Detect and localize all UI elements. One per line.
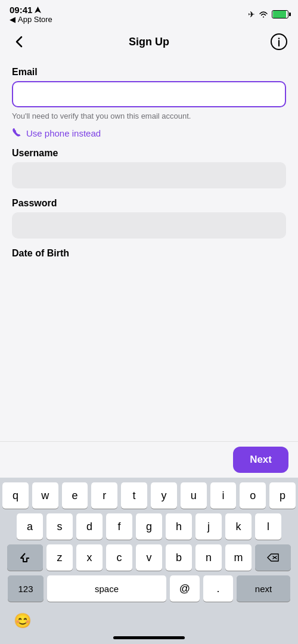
- email-input[interactable]: [12, 81, 286, 107]
- backspace-icon: [267, 553, 279, 562]
- info-button[interactable]: [269, 32, 288, 51]
- key-u[interactable]: u: [181, 482, 207, 509]
- page-title: Sign Up: [129, 36, 169, 48]
- appstore-label: App Store: [18, 15, 52, 24]
- space-label: space: [95, 584, 119, 594]
- back-button[interactable]: [10, 32, 29, 51]
- svg-marker-0: [35, 7, 41, 13]
- battery-fill: [273, 11, 286, 18]
- airplane-icon: ✈: [248, 10, 255, 19]
- numbers-label: 123: [18, 584, 33, 594]
- key-r[interactable]: r: [91, 482, 117, 509]
- key-h[interactable]: h: [166, 513, 192, 540]
- key-n[interactable]: n: [195, 544, 222, 571]
- time-display: 09:41: [10, 5, 32, 15]
- email-hint: You'll need to verify that you own this …: [12, 111, 286, 122]
- dot-label: .: [216, 583, 219, 595]
- back-chevron-icon: [15, 36, 23, 48]
- status-time: 09:41: [10, 5, 41, 15]
- wifi-icon: [259, 11, 268, 18]
- keyboard-row-2: a s d f g h j k l: [2, 513, 296, 540]
- nav-bar: Sign Up: [0, 26, 298, 57]
- key-w[interactable]: w: [32, 482, 58, 509]
- dob-label: Date of Birth: [12, 248, 286, 259]
- username-input[interactable]: [12, 162, 286, 188]
- emoji-button[interactable]: 😊: [12, 610, 33, 631]
- key-p[interactable]: p: [269, 482, 296, 509]
- key-f[interactable]: f: [106, 513, 132, 540]
- use-phone-link[interactable]: Use phone instead: [12, 128, 286, 138]
- key-k[interactable]: k: [225, 513, 252, 540]
- key-g[interactable]: g: [136, 513, 162, 540]
- key-next[interactable]: next: [237, 575, 290, 602]
- email-label: Email: [12, 67, 286, 78]
- keyboard-row-1: q w e r t y u i o p: [2, 482, 296, 509]
- key-x[interactable]: x: [76, 544, 103, 571]
- key-at[interactable]: @: [170, 575, 200, 602]
- key-e[interactable]: e: [62, 482, 88, 509]
- key-b[interactable]: b: [166, 544, 192, 571]
- key-t[interactable]: t: [121, 482, 147, 509]
- key-l[interactable]: l: [255, 513, 281, 540]
- key-y[interactable]: y: [151, 482, 177, 509]
- emoji-icon: 😊: [14, 612, 32, 629]
- key-backspace[interactable]: [255, 544, 291, 571]
- phone-icon: [12, 128, 23, 138]
- at-label: @: [179, 583, 190, 595]
- key-o[interactable]: o: [240, 482, 266, 509]
- keyboard[interactable]: q w e r t y u i o p a s d f g h j k l z …: [0, 478, 298, 644]
- use-phone-label: Use phone instead: [26, 128, 101, 138]
- username-field-group: Username: [12, 148, 286, 188]
- next-button[interactable]: Next: [233, 447, 288, 473]
- key-space[interactable]: space: [47, 575, 166, 602]
- dob-field-group: Date of Birth: [12, 248, 286, 259]
- password-label: Password: [12, 198, 286, 209]
- next-key-label: next: [255, 584, 272, 594]
- status-left: 09:41 ◀ App Store: [10, 5, 52, 24]
- key-c[interactable]: c: [106, 544, 132, 571]
- password-field-group: Password: [12, 198, 286, 239]
- key-i[interactable]: i: [210, 482, 237, 509]
- email-field-group: Email You'll need to verify that you own…: [12, 67, 286, 138]
- status-icons: ✈: [248, 10, 288, 19]
- svg-point-3: [278, 38, 280, 39]
- home-indicator: [2, 631, 296, 644]
- keyboard-row-4: 123 space @ . next: [2, 575, 296, 602]
- battery-icon: [272, 10, 288, 18]
- key-shift[interactable]: [7, 544, 43, 571]
- form-area: Email You'll need to verify that you own…: [0, 57, 298, 441]
- username-label: Username: [12, 148, 286, 159]
- status-appstore-nav[interactable]: ◀ App Store: [10, 15, 52, 24]
- keyboard-bottom: 😊: [2, 606, 296, 631]
- password-input[interactable]: [12, 212, 286, 239]
- keyboard-row-3: z x c v b n m: [2, 544, 296, 571]
- key-m[interactable]: m: [225, 544, 252, 571]
- key-v[interactable]: v: [136, 544, 162, 571]
- shift-icon: [20, 552, 30, 563]
- key-z[interactable]: z: [46, 544, 73, 571]
- key-j[interactable]: j: [195, 513, 222, 540]
- location-icon: [35, 7, 41, 13]
- info-icon: [271, 33, 287, 50]
- status-bar: 09:41 ◀ App Store ✈: [0, 0, 298, 26]
- key-s[interactable]: s: [46, 513, 73, 540]
- key-q[interactable]: q: [2, 482, 29, 509]
- key-d[interactable]: d: [76, 513, 103, 540]
- next-bar: Next: [0, 441, 298, 478]
- key-a[interactable]: a: [17, 513, 43, 540]
- home-bar: [113, 636, 185, 639]
- key-numbers[interactable]: 123: [8, 575, 44, 602]
- back-chevron-icon: ◀: [10, 15, 15, 24]
- key-dot[interactable]: .: [203, 575, 233, 602]
